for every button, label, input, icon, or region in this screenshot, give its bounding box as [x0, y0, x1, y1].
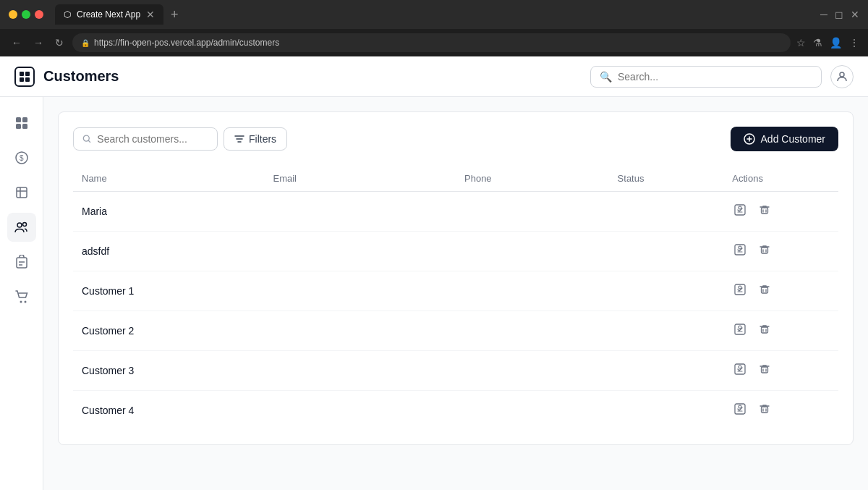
edit-icon-5[interactable]	[732, 401, 748, 420]
svg-point-20	[739, 206, 741, 209]
content-toolbar: Filters Add Customer	[73, 127, 838, 151]
filter-icon	[234, 134, 244, 144]
svg-point-12	[17, 223, 22, 227]
back-btn[interactable]: ←	[9, 34, 25, 51]
svg-rect-24	[762, 248, 768, 253]
customer-actions-4	[723, 351, 838, 391]
action-icons-3	[732, 321, 830, 340]
user-profile-btn[interactable]	[830, 65, 854, 88]
address-bar[interactable]: 🔒 https://fin-open-pos.vercel.app/admin/…	[72, 33, 791, 52]
table-row: Customer 4	[73, 391, 838, 431]
customer-email-1	[265, 232, 456, 271]
forward-btn[interactable]: →	[30, 34, 46, 51]
toolbar-left: Filters	[73, 127, 287, 151]
edit-icon-1[interactable]	[732, 242, 748, 261]
app-container: Customers 🔍	[0, 56, 868, 490]
menu-icon[interactable]: ⋮	[849, 37, 859, 48]
search-customers-input[interactable]	[97, 133, 208, 145]
customer-actions-2	[723, 271, 838, 311]
edit-icon-4[interactable]	[732, 361, 748, 380]
maximize-window-icon[interactable]: ◻	[835, 9, 843, 20]
sidebar: $	[0, 97, 43, 490]
svg-rect-11	[17, 187, 27, 198]
customer-status-3	[609, 311, 724, 351]
minimize-btn[interactable]	[9, 10, 17, 19]
svg-rect-5	[16, 117, 21, 122]
tab-bar: ⬡ Create Next App ✕ +	[55, 4, 814, 25]
customer-status-1	[609, 232, 724, 271]
delete-icon-1[interactable]	[757, 242, 773, 261]
customer-phone-3	[456, 311, 609, 351]
extension-icon[interactable]: ⚗	[813, 37, 822, 48]
svg-rect-27	[762, 287, 768, 293]
new-tab-btn[interactable]: +	[166, 7, 183, 22]
app-header: Customers 🔍	[0, 56, 868, 97]
tab-title: Create Next App	[77, 9, 140, 20]
customer-email-2	[265, 271, 456, 311]
edit-icon-3[interactable]	[732, 321, 748, 340]
browser-toolbar-right: ─ ◻ ✕	[820, 9, 859, 20]
customer-name-2: Customer 1	[73, 271, 265, 311]
customer-phone-4	[456, 351, 609, 391]
address-bar-row: ← → ↻ 🔒 https://fin-open-pos.vercel.app/…	[0, 29, 868, 56]
add-customer-icon	[744, 133, 755, 145]
action-icons-0	[732, 202, 830, 221]
edit-icon-2[interactable]	[732, 282, 748, 300]
tab-close-icon[interactable]: ✕	[146, 9, 155, 20]
customer-status-4	[609, 351, 724, 391]
sidebar-item-sales[interactable]: $	[7, 143, 36, 172]
col-header-actions: Actions	[723, 166, 838, 192]
svg-point-26	[739, 286, 741, 289]
delete-icon-5[interactable]	[757, 401, 773, 420]
customer-actions-1	[723, 232, 838, 271]
search-customers-box[interactable]	[73, 127, 218, 151]
close-window-icon[interactable]: ✕	[851, 9, 859, 20]
customer-phone-5	[456, 391, 609, 431]
table-row: Maria	[73, 192, 838, 232]
svg-point-4	[840, 72, 844, 77]
customer-email-3	[265, 311, 456, 351]
sidebar-item-cart[interactable]	[7, 282, 36, 311]
svg-rect-6	[22, 117, 27, 122]
filter-btn[interactable]: Filters	[224, 127, 287, 151]
sidebar-item-orders[interactable]	[7, 248, 36, 276]
sidebar-item-dashboard[interactable]	[7, 109, 36, 138]
customer-email-0	[265, 192, 456, 232]
header-search-box[interactable]: 🔍	[590, 66, 822, 88]
delete-icon-0[interactable]	[757, 202, 773, 221]
browser-action-icons: ☆ ⚗ 👤 ⋮	[796, 37, 859, 48]
svg-point-13	[22, 223, 26, 227]
svg-point-23	[739, 246, 741, 249]
add-customer-btn[interactable]: Add Customer	[731, 127, 838, 151]
close-btn[interactable]	[35, 10, 43, 19]
svg-point-29	[739, 326, 741, 329]
col-header-status: Status	[609, 166, 724, 192]
sidebar-item-products[interactable]	[7, 178, 36, 207]
col-header-email: Email	[265, 166, 456, 192]
bookmark-icon[interactable]: ☆	[796, 37, 806, 48]
table-row: Customer 3	[73, 351, 838, 391]
delete-icon-2[interactable]	[757, 282, 773, 300]
customer-name-1: adsfdf	[73, 232, 265, 271]
maximize-btn[interactable]	[22, 10, 30, 19]
active-tab[interactable]: ⬡ Create Next App ✕	[55, 4, 163, 25]
header-search-input[interactable]	[618, 71, 812, 83]
sidebar-item-customers[interactable]	[7, 213, 36, 242]
svg-text:$: $	[20, 154, 24, 162]
customer-actions-3	[723, 311, 838, 351]
edit-icon-0[interactable]	[732, 202, 748, 221]
minimize-window-icon[interactable]: ─	[820, 9, 827, 20]
svg-rect-33	[762, 367, 768, 373]
customer-actions-0	[723, 192, 838, 232]
delete-icon-4[interactable]	[757, 361, 773, 380]
filter-label: Filters	[249, 133, 276, 145]
delete-icon-3[interactable]	[757, 321, 773, 340]
main-layout: $	[0, 97, 868, 490]
reload-btn[interactable]: ↻	[52, 34, 67, 51]
svg-point-15	[20, 301, 22, 303]
table-row: Customer 1	[73, 271, 838, 311]
header-search-icon: 🔍	[600, 71, 612, 83]
svg-rect-7	[16, 124, 21, 129]
action-icons-2	[732, 282, 830, 300]
profile-icon[interactable]: 👤	[830, 37, 842, 48]
